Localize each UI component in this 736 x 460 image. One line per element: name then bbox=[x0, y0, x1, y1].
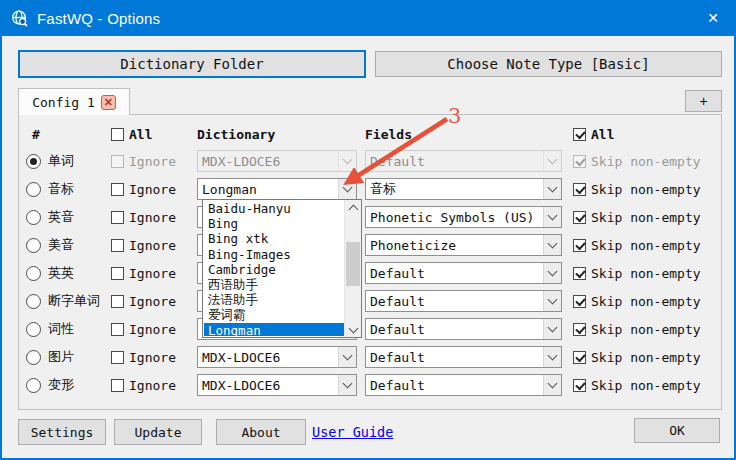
row-radio[interactable] bbox=[26, 182, 41, 197]
table-row: 美音 Ignore Phoneticize Skip non-empty bbox=[19, 231, 721, 259]
ignore-checkbox bbox=[111, 155, 124, 168]
table-row: 音标 Ignore Longman 音标 Skip non-empty bbox=[19, 175, 721, 203]
row-label: 英英 bbox=[48, 264, 74, 282]
tab-label: Config 1 bbox=[32, 95, 95, 110]
table-header: # All Dictionary Fields All bbox=[19, 121, 721, 147]
scrollbar-thumb[interactable] bbox=[346, 242, 360, 286]
row-radio[interactable] bbox=[26, 154, 41, 169]
skip-label: Skip non-empty bbox=[591, 238, 701, 253]
ignore-label: Ignore bbox=[129, 154, 176, 169]
row-radio[interactable] bbox=[26, 350, 41, 365]
chevron-down-icon bbox=[338, 151, 356, 171]
row-label: 图片 bbox=[48, 348, 74, 366]
skip-checkbox[interactable] bbox=[573, 183, 586, 196]
dropdown-option[interactable]: Bing-Images bbox=[204, 247, 344, 262]
chevron-down-icon bbox=[543, 151, 561, 171]
chevron-down-icon bbox=[543, 291, 561, 311]
ignore-label: Ignore bbox=[129, 266, 176, 281]
row-radio[interactable] bbox=[26, 210, 41, 225]
add-config-button[interactable]: + bbox=[685, 90, 722, 112]
ignore-checkbox[interactable] bbox=[111, 379, 124, 392]
dropdown-option[interactable]: Bing bbox=[204, 216, 344, 231]
user-guide-link[interactable]: User Guide bbox=[312, 424, 393, 440]
ignore-label: Ignore bbox=[129, 294, 176, 309]
skip-checkbox[interactable] bbox=[573, 211, 586, 224]
skip-label: Skip non-empty bbox=[591, 378, 701, 393]
row-label: 音标 bbox=[48, 180, 74, 198]
chevron-down-icon bbox=[543, 179, 561, 199]
all-ignore-checkbox[interactable] bbox=[111, 128, 124, 141]
field-select[interactable]: 音标 bbox=[365, 178, 562, 200]
ignore-checkbox[interactable] bbox=[111, 239, 124, 252]
ignore-label: Ignore bbox=[129, 210, 176, 225]
ignore-checkbox[interactable] bbox=[111, 267, 124, 280]
scroll-up-icon[interactable] bbox=[345, 200, 361, 215]
row-label: 词性 bbox=[48, 320, 74, 338]
skip-label: Skip non-empty bbox=[591, 294, 701, 309]
field-select[interactable]: Default bbox=[365, 290, 562, 312]
ignore-label: Ignore bbox=[129, 378, 176, 393]
skip-checkbox[interactable] bbox=[573, 323, 586, 336]
row-radio[interactable] bbox=[26, 238, 41, 253]
skip-checkbox[interactable] bbox=[573, 379, 586, 392]
dictionary-select-open[interactable]: Longman bbox=[197, 178, 357, 200]
scroll-down-icon[interactable] bbox=[345, 322, 361, 337]
chevron-down-icon bbox=[338, 179, 356, 199]
row-radio[interactable] bbox=[26, 322, 41, 337]
title-bar[interactable]: FastWQ - Options ✕ bbox=[0, 0, 736, 36]
window-title: FastWQ - Options bbox=[37, 10, 160, 27]
field-select[interactable]: Default bbox=[365, 346, 562, 368]
update-button[interactable]: Update bbox=[114, 419, 202, 445]
dropdown-option[interactable]: Bing xtk bbox=[204, 231, 344, 246]
all-left-label: All bbox=[129, 127, 152, 142]
skip-label: Skip non-empty bbox=[591, 154, 701, 169]
field-select[interactable]: Default bbox=[365, 318, 562, 340]
ignore-checkbox[interactable] bbox=[111, 323, 124, 336]
dictionary-header: Dictionary bbox=[197, 127, 275, 142]
skip-checkbox[interactable] bbox=[573, 267, 586, 280]
dropdown-option-selected[interactable]: Longman bbox=[204, 323, 344, 337]
row-radio[interactable] bbox=[26, 378, 41, 393]
tab-config-1[interactable]: Config 1 ✕ bbox=[18, 88, 130, 115]
field-select[interactable]: Default bbox=[365, 262, 562, 284]
row-radio[interactable] bbox=[26, 294, 41, 309]
dropdown-option[interactable]: 西语助手 bbox=[204, 277, 344, 292]
ignore-checkbox[interactable] bbox=[111, 295, 124, 308]
chevron-down-icon bbox=[543, 347, 561, 367]
skip-checkbox[interactable] bbox=[573, 295, 586, 308]
row-radio[interactable] bbox=[26, 266, 41, 281]
skip-checkbox[interactable] bbox=[573, 351, 586, 364]
ignore-checkbox[interactable] bbox=[111, 211, 124, 224]
dropdown-option[interactable]: 法语助手 bbox=[204, 292, 344, 307]
close-icon[interactable]: ✕ bbox=[690, 0, 736, 36]
ignore-checkbox[interactable] bbox=[111, 351, 124, 364]
chevron-down-icon bbox=[543, 375, 561, 395]
settings-button[interactable]: Settings bbox=[18, 419, 106, 445]
table-row: 图片 Ignore MDX-LDOCE6 Default Skip non-em… bbox=[19, 343, 721, 371]
tab-close-icon[interactable]: ✕ bbox=[101, 95, 116, 110]
field-select: Default bbox=[365, 150, 562, 172]
config-pane: # All Dictionary Fields All 单词 Ignore MD… bbox=[18, 114, 722, 410]
skip-label: Skip non-empty bbox=[591, 210, 701, 225]
ignore-checkbox[interactable] bbox=[111, 183, 124, 196]
ignore-label: Ignore bbox=[129, 238, 176, 253]
field-select[interactable]: Phoneticize bbox=[365, 234, 562, 256]
ok-button[interactable]: OK bbox=[634, 418, 720, 443]
all-skip-checkbox[interactable] bbox=[573, 128, 586, 141]
dropdown-scrollbar[interactable] bbox=[344, 200, 361, 337]
choose-note-type-button[interactable]: Choose Note Type [Basic] bbox=[375, 51, 722, 77]
skip-checkbox bbox=[573, 155, 586, 168]
dictionary-select[interactable]: MDX-LDOCE6 bbox=[197, 374, 357, 396]
dropdown-option[interactable]: Baidu-Hanyu bbox=[204, 201, 344, 216]
about-button[interactable]: About bbox=[216, 419, 306, 445]
dictionary-select[interactable]: MDX-LDOCE6 bbox=[197, 346, 357, 368]
dictionary-folder-button[interactable]: Dictionary Folder bbox=[18, 50, 366, 78]
skip-checkbox[interactable] bbox=[573, 239, 586, 252]
chevron-down-icon bbox=[543, 263, 561, 283]
skip-label: Skip non-empty bbox=[591, 182, 701, 197]
dropdown-option[interactable]: 爱词霸 bbox=[204, 307, 344, 322]
table-row: 词性 Ignore Default Skip non-empty bbox=[19, 315, 721, 343]
dropdown-option[interactable]: Cambridge bbox=[204, 262, 344, 277]
field-select[interactable]: Default bbox=[365, 374, 562, 396]
field-select[interactable]: Phonetic Symbols (US) bbox=[365, 206, 562, 228]
